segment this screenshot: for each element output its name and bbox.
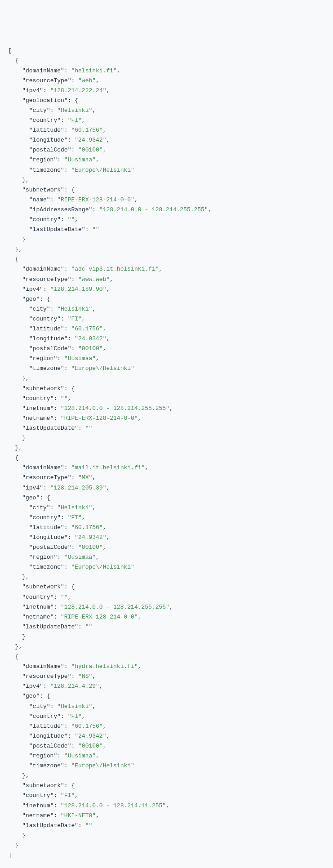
json-code-block: [ { "domainName": "helsinki.fi", "resour…	[8, 46, 325, 860]
